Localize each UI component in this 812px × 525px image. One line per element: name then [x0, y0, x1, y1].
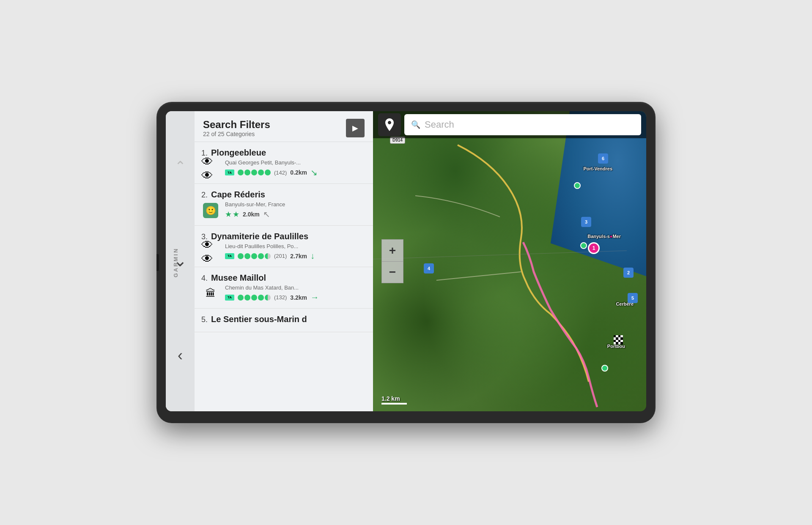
svg-rect-8 — [620, 337, 623, 340]
binoculars-icon-1: 👁👁 — [201, 155, 220, 183]
result-icon-2: 🙂 — [201, 203, 220, 218]
svg-rect-9 — [614, 340, 616, 342]
result-item-5[interactable]: 5. Le Sentier sous-Marin d — [195, 309, 373, 332]
svg-rect-13 — [614, 342, 616, 345]
result-number-2: 2. — [201, 191, 208, 200]
map-marker-3[interactable]: 3 — [581, 217, 591, 227]
result-name-5: Le Sentier sous-Marin d — [211, 314, 307, 324]
location-pin-icon — [384, 118, 395, 131]
svg-rect-10 — [616, 340, 618, 342]
rating-dots-4 — [238, 295, 271, 301]
content-panel: Search Filters 22 of 25 Categories ▶ 1. … — [195, 111, 373, 411]
map-marker-6[interactable]: 6 — [598, 153, 608, 164]
result-icon-3: 👁👁 — [201, 244, 220, 260]
rating-dots-1 — [238, 170, 271, 175]
map-panel[interactable]: D914 Port-Vendres Banyuls-s●Mer Cerbère … — [373, 111, 646, 411]
rating-row-2: ★ ★ 2.0km ↖ — [225, 209, 366, 219]
checkered-flag — [614, 335, 623, 346]
green-dot-marker-1 — [574, 182, 581, 189]
tripadvisor-logo-4: TA — [225, 295, 234, 301]
binoculars-icon-3: 👁👁 — [201, 238, 220, 266]
map-marker-1[interactable]: 1 — [588, 242, 600, 254]
nav-arrows-panel: ⌃ ⌄ ‹ — [166, 111, 195, 411]
result-number-4: 4. — [201, 274, 208, 283]
result-number-5: 5. — [201, 315, 208, 324]
search-icon: 🔍 — [411, 120, 420, 129]
result-item-3[interactable]: 3. Dynamiterie de Paulilles 👁👁 Lieu-dit … — [195, 226, 373, 267]
distance-1: 0.2km — [290, 169, 307, 176]
header-text-group: Search Filters 22 of 25 Categories — [203, 119, 270, 137]
header-next-button[interactable]: ▶ — [346, 119, 365, 137]
result-item-4[interactable]: 4. Musee Maillol 🏛 Chemin du Mas Xatard,… — [195, 267, 373, 309]
svg-rect-14 — [616, 342, 618, 345]
result-item-2[interactable]: 2. Cape Réderis 🙂 Banyuls-sur-Mer, Franc… — [195, 184, 373, 226]
rating-row-4: TA (132) 3.2km — [225, 293, 366, 302]
distance-2: 2.0km — [243, 211, 260, 218]
result-address-2: Banyuls-sur-Mer, France — [225, 201, 366, 208]
result-address-3: Lieu-dit Paulilles Polilles, Po... — [225, 243, 366, 249]
svg-rect-3 — [618, 335, 620, 337]
result-info-2: Banyuls-sur-Mer, France ★ ★ 2.0km ↖ — [225, 201, 366, 219]
rating-row-3: TA (201) 2.7km — [225, 251, 366, 261]
svg-rect-6 — [616, 337, 618, 340]
map-marker-2[interactable]: 2 — [623, 268, 634, 278]
zoom-in-button[interactable]: + — [381, 239, 403, 261]
green-dot-marker-2 — [580, 242, 587, 249]
result-name-4: Musee Maillol — [211, 273, 266, 283]
result-icon-4: 🏛 — [201, 286, 220, 301]
result-icon-1: 👁👁 — [201, 161, 220, 176]
review-count-4: (132) — [274, 294, 287, 301]
result-info-4: Chemin du Mas Xatard, Ban... TA — [225, 284, 366, 302]
result-address-1: Quai Georges Petit, Banyuls-... — [225, 159, 366, 166]
svg-rect-15 — [618, 342, 620, 345]
device-screen: ⌃ ⌄ ‹ Search Filters 22 of 25 Categories… — [166, 111, 646, 411]
result-item-1[interactable]: 1. Plongeebleue 👁👁 Quai Georges Petit, B… — [195, 142, 373, 184]
rating-dots-3 — [238, 253, 271, 259]
search-placeholder: Search — [425, 119, 454, 130]
svg-rect-4 — [620, 335, 623, 337]
scale-bar: 1.2 km — [381, 395, 407, 405]
direction-arrow-1: ↘ — [310, 167, 318, 178]
garmin-device: GARMIN ⌃ ⌄ ‹ Search Filters 22 of 25 Cat… — [156, 102, 656, 423]
left-panel: ⌃ ⌄ ‹ Search Filters 22 of 25 Categories… — [166, 111, 373, 411]
svg-rect-7 — [618, 337, 620, 340]
city-label-banyuls: Banyuls-s●Mer — [587, 234, 621, 239]
brand-label: GARMIN — [173, 248, 179, 278]
location-button[interactable] — [378, 113, 401, 136]
rating-row-1: TA (142) 0.2km — [225, 167, 366, 178]
direction-arrow-4: → — [310, 293, 319, 302]
scroll-up-arrow[interactable]: ⌃ — [175, 159, 186, 173]
search-bar[interactable]: 🔍 Search — [404, 114, 641, 135]
distance-3: 2.7km — [290, 253, 307, 260]
search-filters-header: Search Filters 22 of 25 Categories ▶ — [195, 111, 373, 142]
star-1: ★ — [225, 210, 232, 219]
back-arrow[interactable]: ‹ — [178, 348, 183, 363]
svg-rect-5 — [614, 337, 616, 340]
header-subtitle: 22 of 25 Categories — [203, 131, 270, 137]
map-header: 🔍 Search — [373, 111, 646, 138]
map-marker-5[interactable]: 5 — [628, 293, 638, 303]
results-list: 1. Plongeebleue 👁👁 Quai Georges Petit, B… — [195, 142, 373, 411]
result-name-3: Dynamiterie de Paulilles — [211, 232, 308, 241]
direction-arrow-3: ↓ — [310, 251, 315, 261]
svg-rect-2 — [616, 335, 618, 337]
distance-4: 3.2km — [290, 294, 307, 301]
review-count-3: (201) — [274, 253, 287, 259]
tripadvisor-logo-1: TA — [225, 170, 234, 175]
tripadvisor-logo-3: TA — [225, 253, 234, 259]
star-rating-2: ★ ★ — [225, 210, 239, 219]
svg-rect-11 — [618, 340, 620, 342]
direction-arrow-2: ↖ — [263, 209, 270, 219]
svg-rect-12 — [620, 340, 623, 342]
result-address-4: Chemin du Mas Xatard, Ban... — [225, 284, 366, 291]
michelin-man-icon: 🙂 — [203, 203, 218, 218]
scale-line — [381, 403, 407, 405]
zoom-controls: + − — [381, 239, 403, 283]
header-title: Search Filters — [203, 119, 270, 131]
city-label-port-vendres: Port-Vendres — [584, 166, 612, 171]
zoom-out-button[interactable]: − — [381, 261, 403, 283]
star-2: ★ — [233, 210, 239, 219]
map-marker-4[interactable]: 4 — [424, 263, 434, 273]
svg-rect-16 — [620, 342, 623, 345]
svg-rect-1 — [614, 335, 616, 337]
